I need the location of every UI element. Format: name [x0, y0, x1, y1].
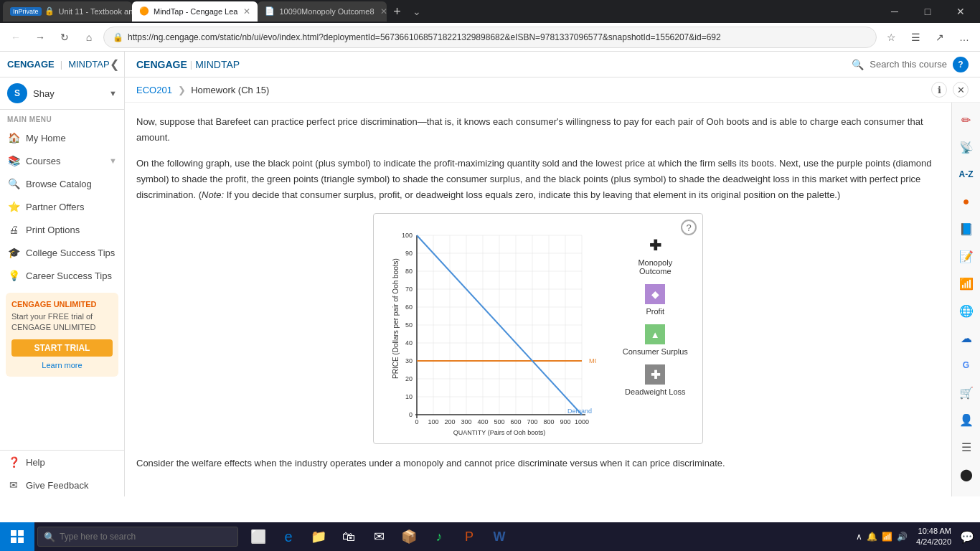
powerpoint-button[interactable]: P [455, 522, 484, 551]
start-trial-button[interactable]: START TRIAL [11, 339, 113, 357]
address-bar: ← → ↻ ⌂ 🔒 https://ng.cengage.com/static/… [0, 23, 980, 52]
home-button[interactable]: ⌂ [79, 27, 99, 47]
start-button[interactable] [0, 522, 34, 551]
learn-more-link[interactable]: Learn more [11, 361, 113, 369]
svg-text:1000: 1000 [575, 418, 589, 425]
taskbar-clock[interactable]: 10:48 AM 4/24/2020 [916, 526, 951, 548]
feedback-icon: ✉ [7, 479, 20, 491]
address-field[interactable]: 🔒 https://ng.cengage.com/static/nb/ui/ev… [103, 27, 877, 48]
brand-separator: | [190, 59, 192, 70]
close-button[interactable]: ✕ [944, 0, 977, 23]
taskbar-right: ∧ 🔔 📶 🔊 10:48 AM 4/24/2020 💬 [856, 526, 980, 548]
ssl-lock-icon: 🔒 [113, 32, 123, 42]
new-tab-button[interactable]: + [387, 1, 407, 22]
search-this-course-button[interactable]: Search this course [870, 59, 947, 70]
collections-icon[interactable]: ☰ [905, 27, 925, 47]
forward-button[interactable]: → [30, 27, 50, 47]
sidebar-item-browse-catalog[interactable]: 🔍 Browse Catalog [0, 172, 124, 195]
back-button[interactable]: ← [6, 27, 26, 47]
info-button[interactable]: ℹ [931, 82, 947, 98]
svg-text:70: 70 [405, 286, 413, 293]
sidebar: CENGAGE | MINDTAP ❮ S Shay ▼ MAIN MENU 🏠… [0, 52, 125, 496]
close-panel-button[interactable]: ✕ [953, 82, 969, 98]
cengage-brand: CENGAGE [7, 59, 55, 70]
orange-circle-button[interactable]: ● [955, 190, 978, 213]
sidebar-item-my-home[interactable]: 🏠 My Home [0, 126, 124, 149]
minimize-button[interactable]: ─ [878, 0, 911, 23]
breadcrumb-course-link[interactable]: ECO201 [136, 85, 172, 95]
legend-profit[interactable]: ◆ Profit [623, 284, 688, 316]
legend-deadweight-loss[interactable]: ✚ Deadweight Loss [623, 364, 688, 396]
dark-circle-button[interactable]: ⬤ [955, 463, 978, 486]
edge-browser-button[interactable]: e [274, 522, 303, 551]
settings-icon[interactable]: … [954, 27, 974, 47]
refresh-button[interactable]: ↻ [55, 27, 75, 47]
tab-dropdown-button[interactable]: ⌄ [413, 6, 421, 17]
legend-consumer-surplus[interactable]: ▲ Consumer Surplus [623, 324, 688, 356]
sidebar-item-help[interactable]: ❓ Help [0, 451, 124, 474]
profit-symbol: ◆ [645, 284, 665, 304]
word-button[interactable]: W [485, 522, 514, 551]
maximize-button[interactable]: □ [911, 0, 944, 23]
courses-icon: 📚 [7, 155, 20, 166]
notifications-button[interactable]: 💬 [960, 530, 974, 544]
browser-tab-3[interactable]: 📄 10090Monopoly Outcome8 ✕ [258, 1, 387, 22]
list-button[interactable]: ☰ [955, 435, 978, 458]
speaker-icon[interactable]: 🔊 [897, 532, 908, 542]
az-button[interactable]: A-Z [955, 163, 978, 186]
tab-label-1: Unit 11 - Textbook and Min [59, 7, 132, 16]
sidebar-item-career-success-tips[interactable]: 💡 Career Success Tips [0, 264, 124, 287]
mindtap-brand: MINDTAP [68, 59, 110, 70]
dropbox-button[interactable]: 📦 [395, 522, 423, 551]
svg-text:600: 600 [510, 418, 521, 425]
sidebar-item-print-options[interactable]: 🖨 Print Options [0, 218, 124, 241]
wifi-tray-icon[interactable]: 📶 [882, 532, 892, 542]
favorites-icon[interactable]: ☆ [881, 27, 901, 47]
teal-globe-button[interactable]: 🌐 [955, 299, 978, 322]
wifi-button[interactable]: 📶 [955, 272, 978, 295]
store-button[interactable]: 🛍 [334, 522, 363, 551]
pencil-tool-button[interactable]: ✏ [955, 108, 978, 131]
user-circle-button[interactable]: 👤 [955, 408, 978, 431]
mail-button[interactable]: ✉ [364, 522, 393, 551]
cloud-button[interactable]: ☁ [955, 326, 978, 349]
task-view-button[interactable]: ⬜ [244, 522, 273, 551]
sidebar-item-college-success-tips[interactable]: 🎓 College Success Tips [0, 241, 124, 264]
rss-button[interactable]: 📡 [955, 136, 978, 159]
address-actions: ☆ ☰ ↗ … [881, 27, 974, 47]
sidebar-collapse-button[interactable]: ❮ [110, 57, 119, 71]
legend-monopoly-outcome[interactable]: ✚ Monopoly Outcome [623, 235, 688, 276]
tab-favicon-2: 🟠 [139, 6, 149, 17]
svg-rect-54 [18, 537, 24, 543]
taskbar-search-input[interactable] [60, 532, 232, 542]
share-icon[interactable]: ↗ [930, 27, 950, 47]
file-explorer-button[interactable]: 📁 [304, 522, 333, 551]
tab-close-3[interactable]: ✕ [380, 6, 387, 17]
notes-button[interactable]: 📝 [955, 245, 978, 268]
chart-legend: ✚ Monopoly Outcome ◆ Profit ▲ Consumer S… [623, 235, 688, 396]
svg-text:300: 300 [461, 418, 471, 425]
browser-tab-1[interactable]: InPrivate 🔒 Unit 11 - Textbook and Min [3, 1, 132, 22]
user-menu[interactable]: S Shay ▼ [0, 77, 124, 110]
mindtap-brand-header: CENGAGE | MINDTAP [136, 59, 240, 70]
sidebar-item-partner-offers[interactable]: ⭐ Partner Offers [0, 195, 124, 218]
help-circle-button[interactable]: ? [953, 57, 969, 72]
google-button[interactable]: G [955, 354, 978, 377]
svg-text:QUANTITY (Pairs of Ooh boots): QUANTITY (Pairs of Ooh boots) [453, 429, 545, 436]
notification-icon[interactable]: 🔔 [867, 532, 877, 542]
brand-mindtap-header: MINDTAP [195, 59, 240, 70]
music-button[interactable]: ♪ [425, 522, 453, 551]
taskbar-search[interactable]: 🔍 [37, 527, 238, 547]
tab-close-2[interactable]: ✕ [243, 6, 250, 17]
browser-tab-2[interactable]: 🟠 MindTap - Cengage Lea ✕ [132, 1, 258, 22]
book-button[interactable]: 📘 [955, 217, 978, 240]
cart-button[interactable]: 🛒 [955, 381, 978, 404]
current-time: 10:48 AM [916, 526, 951, 537]
breadcrumb: ECO201 ❯ Homework (Ch 15) [136, 85, 269, 95]
sidebar-header: CENGAGE | MINDTAP ❮ [0, 52, 124, 77]
tray-chevron-icon[interactable]: ∧ [856, 532, 862, 542]
sidebar-item-label-college-success: College Success Tips [26, 248, 117, 258]
sidebar-item-give-feedback[interactable]: ✉ Give Feedback [0, 474, 124, 496]
sidebar-item-courses[interactable]: 📚 Courses ▼ [0, 149, 124, 172]
content-scroll: Now, suppose that Barefeet can practice … [125, 103, 951, 496]
